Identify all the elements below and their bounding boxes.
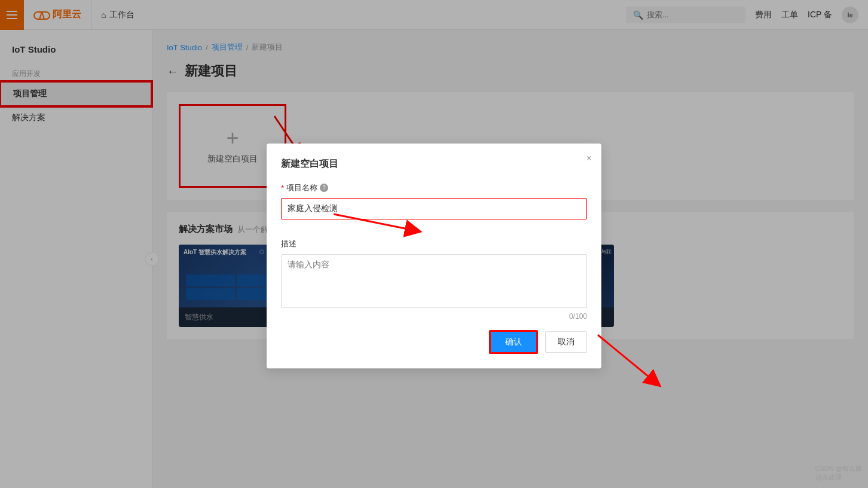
char-count: 0/100 [281, 312, 587, 321]
modal-dialog: 新建空白项目 × * 项目名称 ? 描述 0/100 确认 取消 [267, 144, 601, 368]
project-name-input[interactable] [281, 198, 587, 219]
required-star: * [281, 184, 284, 193]
confirm-button[interactable]: 确认 [489, 330, 538, 354]
modal-title: 新建空白项目 [281, 158, 587, 170]
watermark-line1: CSDN @智云服 [815, 464, 862, 473]
cancel-button[interactable]: 取消 [545, 331, 587, 353]
label-text: 项目名称 [286, 182, 317, 193]
modal-footer: 确认 取消 [281, 330, 587, 354]
watermark-line2: 运水处理 [815, 473, 862, 482]
svg-line-5 [598, 335, 655, 382]
project-name-label: * 项目名称 ? [281, 182, 587, 193]
description-label: 描述 [281, 239, 587, 249]
description-textarea[interactable] [281, 254, 587, 308]
modal-overlay: 新建空白项目 × * 项目名称 ? 描述 0/100 确认 取消 [0, 0, 868, 488]
description-group: 描述 0/100 [281, 239, 587, 321]
watermark: CSDN @智云服 运水处理 [815, 464, 862, 482]
modal-close-button[interactable]: × [586, 153, 592, 164]
help-icon[interactable]: ? [320, 184, 328, 192]
project-name-group: * 项目名称 ? [281, 182, 587, 229]
